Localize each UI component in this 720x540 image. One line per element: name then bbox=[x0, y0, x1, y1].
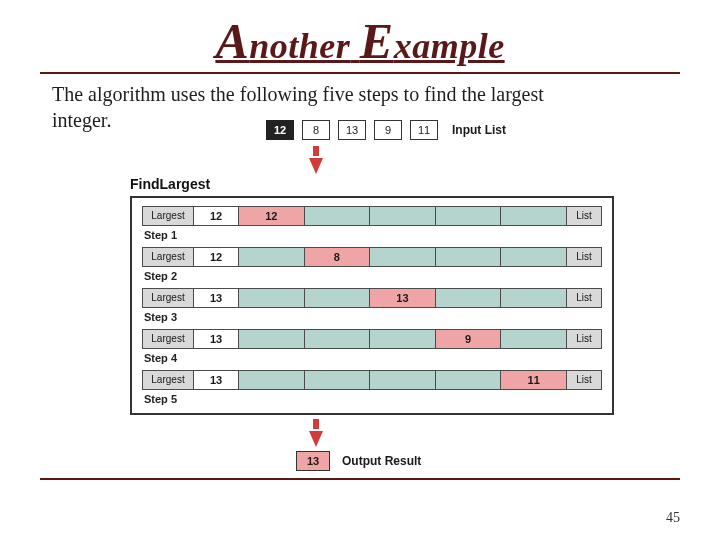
step-1-cell-3 bbox=[436, 207, 502, 225]
step-3-cell-3 bbox=[436, 289, 502, 307]
step-4-cell-2 bbox=[370, 330, 436, 348]
page-number: 45 bbox=[666, 510, 680, 526]
algorithm-diagram: 12 8 13 9 11 Input List FindLargest Larg… bbox=[130, 120, 614, 471]
step-5-largest: 13 bbox=[194, 371, 239, 389]
arrow-down-icon bbox=[313, 419, 319, 429]
step-1-cell-2 bbox=[370, 207, 436, 225]
input-list-label: Input List bbox=[452, 123, 506, 137]
description-line-1: The algorithm uses the following five st… bbox=[52, 83, 544, 105]
largest-label: Largest bbox=[143, 371, 194, 389]
title-word1-rest: nother bbox=[249, 26, 350, 66]
input-value-0: 12 bbox=[266, 120, 294, 140]
step-3-cell-4 bbox=[501, 289, 566, 307]
step-4-cell-1 bbox=[305, 330, 371, 348]
step-4-bar: Largest 13 9 List bbox=[142, 329, 602, 349]
step-2-bar: Largest 12 8 List bbox=[142, 247, 602, 267]
step-3-cell-1 bbox=[305, 289, 371, 307]
step-4: Largest 13 9 List Step 4 bbox=[142, 329, 602, 364]
step-1-label: Step 1 bbox=[144, 229, 602, 241]
step-1-cell-1 bbox=[305, 207, 371, 225]
arrow-down-icon bbox=[313, 146, 319, 156]
title-rule bbox=[40, 72, 680, 74]
step-2-label: Step 2 bbox=[144, 270, 602, 282]
step-5-cell-3 bbox=[436, 371, 502, 389]
output-row: 13 Output Result bbox=[296, 451, 614, 471]
step-4-largest: 13 bbox=[194, 330, 239, 348]
step-2-cell-4 bbox=[501, 248, 566, 266]
step-2-cell-2 bbox=[370, 248, 436, 266]
step-5: Largest 13 11 List Step 5 bbox=[142, 370, 602, 405]
step-4-cells: 9 bbox=[239, 330, 566, 348]
list-label: List bbox=[566, 248, 601, 266]
step-5-cell-1 bbox=[305, 371, 371, 389]
step-1-bar: Largest 12 12 List bbox=[142, 206, 602, 226]
step-5-cell-2 bbox=[370, 371, 436, 389]
input-value-4: 11 bbox=[410, 120, 438, 140]
list-label: List bbox=[566, 207, 601, 225]
procedure-title: FindLargest bbox=[130, 176, 614, 192]
step-3-cell-2: 13 bbox=[370, 289, 436, 307]
output-label: Output Result bbox=[342, 454, 421, 468]
title-word2-cap: E bbox=[360, 13, 394, 69]
step-1-cells: 12 bbox=[239, 207, 566, 225]
step-4-cell-0 bbox=[239, 330, 305, 348]
step-2: Largest 12 8 List Step 2 bbox=[142, 247, 602, 282]
step-1-cell-0: 12 bbox=[239, 207, 305, 225]
step-5-cells: 11 bbox=[239, 371, 566, 389]
step-2-cells: 8 bbox=[239, 248, 566, 266]
step-4-cell-3: 9 bbox=[436, 330, 502, 348]
step-3-cell-0 bbox=[239, 289, 305, 307]
step-4-label: Step 4 bbox=[144, 352, 602, 364]
list-label: List bbox=[566, 371, 601, 389]
description-line-2: integer. bbox=[52, 109, 111, 131]
step-5-bar: Largest 13 11 List bbox=[142, 370, 602, 390]
procedure-box: Largest 12 12 List Step 1 Largest bbox=[130, 196, 614, 415]
list-label: List bbox=[566, 289, 601, 307]
step-2-largest: 12 bbox=[194, 248, 239, 266]
step-3-cells: 13 bbox=[239, 289, 566, 307]
slide-title: Another Example bbox=[40, 12, 680, 70]
footer-rule bbox=[40, 478, 680, 480]
largest-label: Largest bbox=[143, 289, 194, 307]
step-5-cell-0 bbox=[239, 371, 305, 389]
step-2-cell-3 bbox=[436, 248, 502, 266]
list-label: List bbox=[566, 330, 601, 348]
arrow-down-icon bbox=[309, 431, 323, 447]
input-value-2: 13 bbox=[338, 120, 366, 140]
step-3-largest: 13 bbox=[194, 289, 239, 307]
title-word1-cap: A bbox=[215, 13, 249, 69]
largest-label: Largest bbox=[143, 248, 194, 266]
step-4-cell-4 bbox=[501, 330, 566, 348]
input-value-1: 8 bbox=[302, 120, 330, 140]
output-value: 13 bbox=[296, 451, 330, 471]
largest-label: Largest bbox=[143, 330, 194, 348]
step-2-cell-1: 8 bbox=[305, 248, 371, 266]
step-3: Largest 13 13 List Step 3 bbox=[142, 288, 602, 323]
step-3-label: Step 3 bbox=[144, 311, 602, 323]
step-5-cell-4: 11 bbox=[501, 371, 566, 389]
slide: Another Example The algorithm uses the f… bbox=[0, 0, 720, 540]
input-value-3: 9 bbox=[374, 120, 402, 140]
input-list-row: 12 8 13 9 11 Input List bbox=[266, 120, 614, 146]
step-5-label: Step 5 bbox=[144, 393, 602, 405]
step-3-bar: Largest 13 13 List bbox=[142, 288, 602, 308]
title-word2-rest: xample bbox=[394, 26, 505, 66]
step-2-cell-0 bbox=[239, 248, 305, 266]
arrow-down-icon bbox=[309, 158, 323, 174]
largest-label: Largest bbox=[143, 207, 194, 225]
step-1: Largest 12 12 List Step 1 bbox=[142, 206, 602, 241]
step-1-largest: 12 bbox=[194, 207, 239, 225]
step-1-cell-4 bbox=[501, 207, 566, 225]
